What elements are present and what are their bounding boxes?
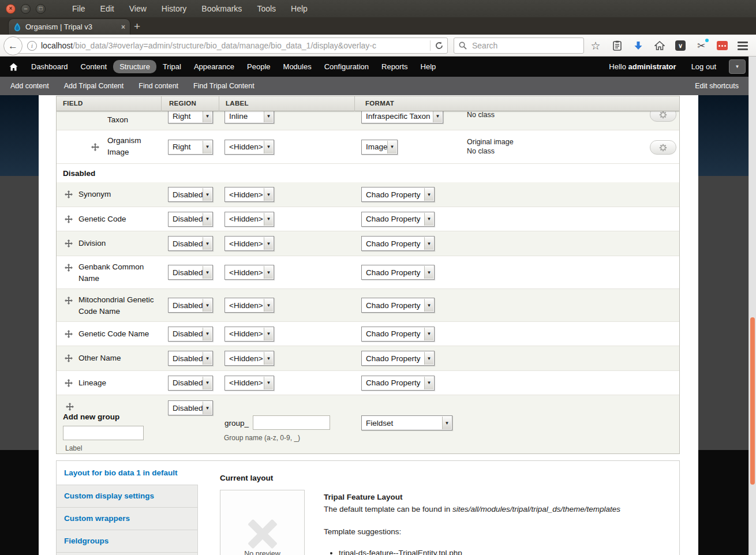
search-input[interactable] (471, 40, 571, 51)
browser-navbar: ← i localhost /bio_data/3#overlay=admin/… (0, 35, 756, 57)
tab-partial[interactable] (57, 553, 198, 555)
url-bar[interactable]: i localhost /bio_data/3#overlay=admin/st… (14, 38, 448, 54)
group-label-input[interactable] (63, 426, 144, 440)
format-select[interactable]: Chado Property▼ (361, 236, 435, 251)
tab-layout-default[interactable]: Layout for bio data 1 in default (57, 461, 198, 485)
toolbar-item-configuration[interactable]: Configuration (318, 60, 375, 73)
toolbar-home-icon[interactable] (9, 63, 18, 71)
edit-shortcuts-link[interactable]: Edit shortcuts (695, 82, 739, 90)
site-info-icon[interactable]: i (27, 41, 37, 51)
bookmark-star-icon[interactable]: ☆ (590, 40, 601, 51)
menu-bookmarks[interactable]: Bookmarks (201, 4, 242, 13)
region-select[interactable]: Disabled▼ (168, 400, 213, 415)
toolbar-item-people[interactable]: People (241, 60, 276, 73)
drag-handle-icon[interactable] (65, 330, 73, 338)
label-select[interactable]: <Hidden>▼ (224, 351, 274, 366)
group-machine-name-input[interactable] (253, 415, 330, 430)
label-select[interactable]: Inline▼ (224, 111, 274, 123)
format-select[interactable]: Image▼ (361, 140, 398, 155)
menu-hamburger-icon[interactable] (738, 42, 748, 50)
toolbar-item-tripal[interactable]: Tripal (156, 60, 188, 73)
shortcut-add-content[interactable]: Add content (10, 82, 49, 90)
drag-handle-icon[interactable] (66, 403, 74, 411)
toolbar-item-appearance[interactable]: Appearance (188, 60, 241, 73)
new-tab-button[interactable]: + (134, 20, 140, 33)
toolbar-item-modules[interactable]: Modules (277, 60, 318, 73)
label-select[interactable]: <Hidden>▼ (224, 187, 274, 202)
back-button[interactable]: ← (3, 36, 23, 55)
region-select[interactable]: Disabled▼ (168, 236, 213, 251)
region-select[interactable]: Disabled▼ (168, 212, 213, 227)
menu-tools[interactable]: Tools (257, 4, 276, 13)
region-select[interactable]: Right▼ (168, 111, 213, 123)
menu-view[interactable]: View (129, 4, 147, 13)
home-icon[interactable] (654, 40, 665, 51)
label-select[interactable]: <Hidden>▼ (224, 376, 274, 391)
tab-custom-display-settings[interactable]: Custom display settings (57, 485, 198, 508)
format-select[interactable]: Chado Property▼ (361, 351, 435, 366)
drag-handle-icon[interactable] (65, 264, 73, 272)
region-select[interactable]: Disabled▼ (168, 298, 213, 313)
tab-close-icon[interactable]: × (121, 23, 125, 31)
toolbar-item-help[interactable]: Help (414, 60, 443, 73)
region-select[interactable]: Disabled▼ (168, 265, 213, 280)
region-select[interactable]: Disabled▼ (168, 351, 213, 366)
menu-edit[interactable]: Edit (100, 4, 114, 13)
disabled-heading: Disabled (63, 169, 95, 178)
format-select[interactable]: Chado Property▼ (361, 212, 435, 227)
drag-handle-icon[interactable] (65, 297, 73, 305)
screenshot-scissors-icon[interactable]: ✂ (695, 40, 707, 51)
browser-tab[interactable]: Organism | Tripal v3 × (8, 18, 130, 35)
label-select[interactable]: <Hidden>▼ (224, 140, 274, 155)
label-select[interactable]: <Hidden>▼ (224, 236, 274, 251)
drag-handle-icon[interactable] (65, 215, 73, 223)
group-format-select[interactable]: Fieldset▼ (361, 415, 452, 430)
window-minimize-icon[interactable]: – (21, 4, 31, 14)
drag-handle-icon[interactable] (91, 143, 99, 151)
logout-link[interactable]: Log out (691, 62, 716, 71)
reading-list-icon[interactable] (611, 40, 623, 51)
shortcut-find-tripal-content[interactable]: Find Tripal Content (193, 82, 255, 90)
region-select[interactable]: Disabled▼ (168, 187, 213, 202)
tab-custom-wrappers[interactable]: Custom wrappers (57, 508, 198, 530)
toolbar-item-dashboard[interactable]: Dashboard (25, 60, 74, 73)
password-extension-icon[interactable] (717, 41, 728, 50)
window-close-icon[interactable]: × (6, 4, 16, 14)
menu-history[interactable]: History (162, 4, 187, 13)
menu-file[interactable]: File (72, 4, 85, 13)
toolbar-item-content[interactable]: Content (74, 60, 114, 73)
settings-gear-button[interactable] (650, 111, 676, 122)
drag-handle-icon[interactable] (65, 190, 73, 198)
select-arrow-icon: ▼ (203, 299, 212, 312)
drag-handle-icon[interactable] (65, 379, 73, 387)
toolbar-toggle-button[interactable]: ▼ (729, 59, 746, 74)
settings-gear-button[interactable] (650, 140, 676, 155)
menu-help[interactable]: Help (291, 4, 308, 13)
format-select[interactable]: Chado Property▼ (361, 265, 435, 280)
label-select[interactable]: <Hidden>▼ (224, 212, 274, 227)
region-select[interactable]: Right▼ (168, 140, 213, 155)
label-select[interactable]: <Hidden>▼ (224, 265, 274, 280)
format-select[interactable]: Chado Property▼ (361, 327, 435, 342)
label-select[interactable]: <Hidden>▼ (224, 298, 274, 313)
region-select[interactable]: Disabled▼ (168, 376, 213, 391)
tab-fieldgroups[interactable]: Fieldgroups (57, 530, 198, 553)
window-maximize-icon[interactable]: □ (36, 4, 46, 14)
region-select[interactable]: Disabled▼ (168, 327, 213, 342)
reload-button[interactable] (435, 42, 443, 50)
shortcut-find-content[interactable]: Find content (139, 82, 178, 90)
search-bar[interactable] (454, 38, 584, 54)
drag-handle-icon[interactable] (65, 354, 73, 362)
drag-handle-icon[interactable] (65, 239, 73, 247)
toolbar-item-reports[interactable]: Reports (375, 60, 414, 73)
browser-scrollbar-thumb[interactable] (750, 317, 755, 485)
format-select[interactable]: Infraspecific Taxon▼ (361, 111, 443, 123)
format-select[interactable]: Chado Property▼ (361, 376, 435, 391)
label-select[interactable]: <Hidden>▼ (224, 327, 274, 342)
format-select[interactable]: Chado Property▼ (361, 187, 435, 202)
shortcut-add-tripal-content[interactable]: Add Tripal Content (64, 82, 124, 90)
downloads-icon[interactable] (633, 40, 644, 51)
format-select[interactable]: Chado Property▼ (361, 298, 435, 313)
pocket-icon[interactable]: ∨ (675, 40, 686, 51)
toolbar-item-structure[interactable]: Structure (113, 60, 156, 73)
